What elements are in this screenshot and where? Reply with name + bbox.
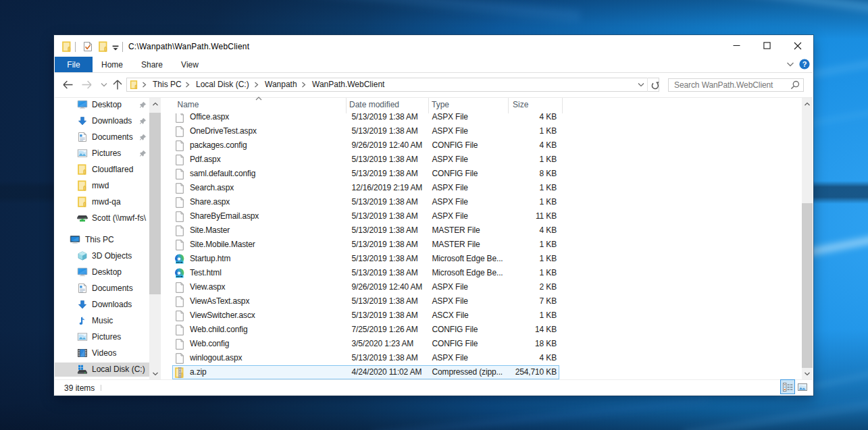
svg-text:?: ? — [802, 60, 807, 68]
